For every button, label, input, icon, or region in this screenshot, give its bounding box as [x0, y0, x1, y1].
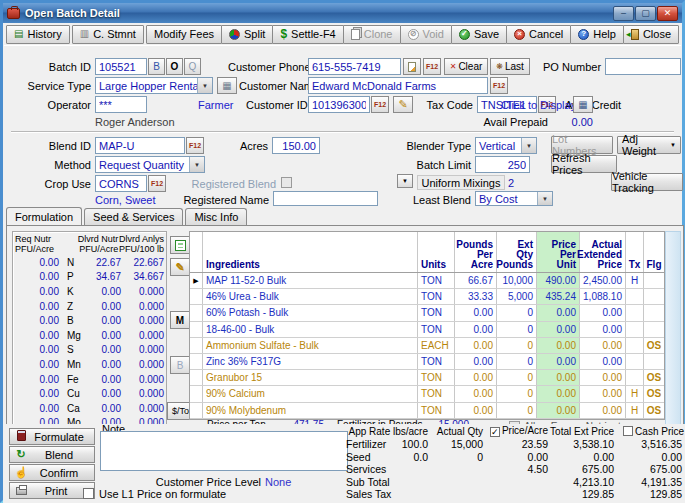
cell-ext-qty-pounds[interactable]: 0 — [497, 370, 537, 385]
cell-ingredient[interactable]: MAP 11-52-0 Bulk — [203, 273, 418, 288]
row-selector[interactable] — [190, 370, 203, 385]
cell-pounds-per-acre[interactable]: 0.00 — [455, 386, 497, 401]
service-type-select[interactable]: Large Hopper Rental▼ — [95, 77, 213, 94]
cell-ext-qty-pounds[interactable]: 10,000 — [497, 273, 537, 288]
cell-ingredient[interactable]: 90% Calcium — [203, 386, 418, 401]
avail-credit-icon-button[interactable]: ▦ — [573, 96, 593, 113]
cell-pounds-per-acre[interactable]: 0.00 — [455, 403, 497, 418]
close-window-icon[interactable]: ✕ — [657, 6, 678, 21]
cell-flg[interactable] — [644, 354, 664, 369]
registered-blend-checkbox[interactable] — [281, 177, 292, 188]
customer-statement-button[interactable]: ▥ C. Stmnt — [72, 25, 144, 44]
customer-note-button[interactable]: ✎ — [393, 96, 413, 113]
b-button[interactable]: B — [170, 356, 190, 374]
m-button[interactable]: M — [170, 311, 190, 329]
tab-seed-services[interactable]: Seed & Services — [84, 208, 183, 225]
crop-use-lookup-button[interactable]: F12 — [148, 175, 166, 192]
row-selector[interactable] — [190, 403, 203, 418]
batch-b-button[interactable]: B — [148, 58, 165, 75]
cell-units[interactable]: TON — [418, 273, 455, 288]
cell-actual-extended-price[interactable]: 0.00 — [580, 322, 626, 337]
grid-row[interactable]: 90% MolybdenumTON0.0000.000.00HOS — [190, 403, 664, 419]
grid-row[interactable]: Zinc 36% F317GTON0.0000.000.00 — [190, 354, 664, 370]
cell-price-per-unit[interactable]: 0.00 — [537, 354, 580, 369]
batch-o-button[interactable]: O — [166, 58, 183, 75]
row-selector[interactable] — [190, 289, 203, 304]
cell-actual-extended-price[interactable]: 0.00 — [580, 403, 626, 418]
customer-name-field[interactable] — [308, 77, 488, 94]
note-textarea[interactable] — [100, 431, 348, 471]
cell-units[interactable]: TON — [418, 403, 455, 418]
cell-actual-extended-price[interactable]: 0.00 — [580, 370, 626, 385]
last-button[interactable]: ❋ Last — [490, 58, 530, 75]
po-number-field[interactable] — [605, 58, 681, 75]
cash-price-checkbox[interactable] — [623, 426, 633, 436]
cell-units[interactable]: TON — [418, 354, 455, 369]
cancel-button[interactable]: ×Cancel — [506, 25, 571, 44]
cell-flg[interactable]: OS — [644, 386, 664, 401]
cell-units[interactable]: EACH — [418, 338, 455, 353]
blend-button[interactable]: ↻ Blend — [9, 446, 95, 463]
cell-units[interactable]: TON — [418, 289, 455, 304]
settle-button[interactable]: $Settle-F4 — [272, 25, 343, 44]
cell-ext-qty-pounds[interactable]: 0 — [497, 338, 537, 353]
cell-price-per-unit[interactable]: 0.00 — [537, 322, 580, 337]
cell-flg[interactable] — [644, 273, 664, 288]
cell-price-per-unit[interactable]: 0.00 — [537, 305, 580, 320]
contact-page-icon[interactable] — [403, 58, 421, 75]
operator-field[interactable] — [95, 96, 147, 113]
modify-fees-button[interactable]: Modify Fees — [146, 25, 222, 44]
cell-tx[interactable] — [626, 370, 644, 385]
cell-flg[interactable] — [644, 305, 664, 320]
cell-pounds-per-acre[interactable]: 33.33 — [455, 289, 497, 304]
clone-button[interactable]: Clone — [343, 25, 401, 44]
cell-ingredient[interactable]: 90% Molybdenum — [203, 403, 418, 418]
cell-price-per-unit[interactable]: 0.00 — [537, 370, 580, 385]
edit-ingredient-button[interactable]: ✎ — [170, 258, 190, 276]
row-selector[interactable] — [190, 354, 203, 369]
void-button[interactable]: ⊘Void — [400, 25, 452, 44]
crop-use-field[interactable] — [95, 175, 147, 192]
cell-ext-qty-pounds[interactable]: 0 — [497, 322, 537, 337]
cell-ext-qty-pounds[interactable]: 0 — [497, 354, 537, 369]
blender-type-select[interactable]: Vertical▼ — [475, 137, 537, 154]
grid-row[interactable]: ▶MAP 11-52-0 BulkTON66.6710,000490.002,4… — [190, 273, 664, 289]
close-button[interactable]: Close — [623, 25, 679, 44]
cell-units[interactable]: TON — [418, 370, 455, 385]
cell-pounds-per-acre[interactable]: 0.00 — [455, 322, 497, 337]
cell-ext-qty-pounds[interactable]: 5,000 — [497, 289, 537, 304]
row-selector[interactable]: ▶ — [190, 273, 203, 288]
confirm-button[interactable]: ☝ Confirm — [9, 464, 95, 481]
price-acre-checkbox[interactable]: ✓ — [490, 427, 500, 437]
cell-tx[interactable] — [626, 305, 644, 320]
cell-tx[interactable]: H — [626, 403, 644, 418]
grid-row[interactable]: 60% Potash - BulkTON0.0000.000.00 — [190, 305, 664, 321]
cell-actual-extended-price[interactable]: 0.00 — [580, 386, 626, 401]
batch-q-button[interactable]: Q — [184, 58, 201, 75]
grid-row[interactable]: 90% CalciumTON0.0000.000.00HOS — [190, 386, 664, 402]
blend-id-lookup-button[interactable]: F12 — [186, 137, 204, 154]
cell-price-per-unit[interactable]: 0.00 — [537, 403, 580, 418]
cell-ext-qty-pounds[interactable]: 0 — [497, 386, 537, 401]
cell-actual-extended-price[interactable]: 0.00 — [580, 354, 626, 369]
method-select[interactable]: Request Quantity▼ — [95, 156, 205, 173]
service-type-icon-button[interactable]: ▦ — [217, 77, 237, 94]
refresh-prices-button[interactable]: Refresh Prices — [551, 155, 617, 173]
cell-flg[interactable] — [644, 322, 664, 337]
customer-id-field[interactable] — [308, 96, 370, 113]
cell-flg[interactable]: OS — [644, 370, 664, 385]
row-selector[interactable] — [190, 322, 203, 337]
cell-ingredient[interactable]: Ammonium Sulfate - Bulk — [203, 338, 418, 353]
cell-actual-extended-price[interactable]: 1,088.10 — [580, 289, 626, 304]
grid-row[interactable]: Granubor 15TON0.0000.000.00OS — [190, 370, 664, 386]
cell-ingredient[interactable]: 46% Urea - Bulk — [203, 289, 418, 304]
save-button[interactable]: ✓Save — [451, 25, 507, 44]
cell-pounds-per-acre[interactable]: 0.00 — [455, 370, 497, 385]
cell-ingredient[interactable]: 18-46-00 - Bulk — [203, 322, 418, 337]
cell-actual-extended-price[interactable]: 2,450.00 — [580, 273, 626, 288]
cell-flg[interactable]: OS — [644, 338, 664, 353]
minimize-icon[interactable]: – — [613, 6, 634, 21]
cell-pounds-per-acre[interactable]: 0.00 — [455, 338, 497, 353]
uniform-mixings-dropdown-button[interactable]: ▼ — [397, 174, 413, 188]
customer-id-lookup-button[interactable]: F12 — [371, 96, 389, 113]
